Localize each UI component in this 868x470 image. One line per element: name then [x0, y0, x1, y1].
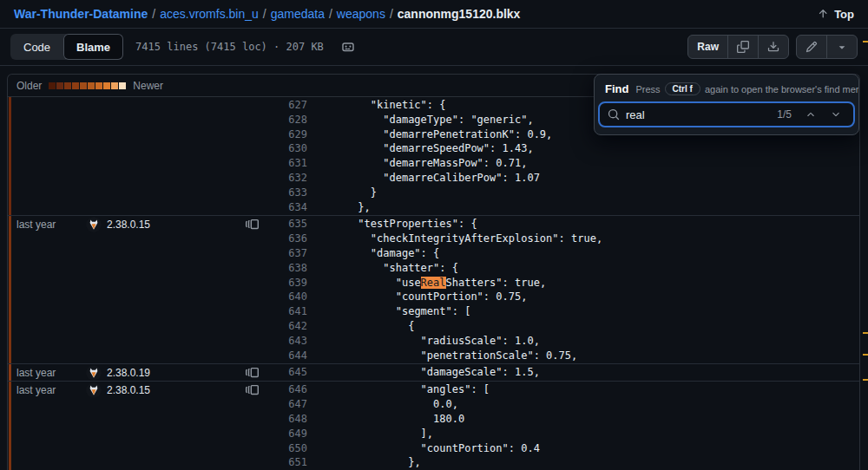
find-next-button[interactable]: [826, 109, 845, 120]
view-blame-prior-button[interactable]: [246, 218, 259, 231]
tab-code[interactable]: Code: [10, 34, 63, 60]
code-segment: },: [408, 456, 420, 468]
line-number[interactable]: 638: [273, 261, 307, 276]
line-number[interactable]: 646: [273, 382, 307, 397]
code-indent: [320, 383, 421, 395]
code-indent: [320, 290, 396, 303]
back-to-top-link[interactable]: Top: [817, 8, 854, 21]
heat-legend-square: [64, 82, 71, 89]
breadcrumb-link[interactable]: gamedata: [271, 7, 325, 21]
find-title: Find: [605, 82, 628, 95]
line-number[interactable]: 639: [273, 276, 307, 290]
code-segment: "damageScale": 1.5,: [421, 366, 540, 378]
heat-legend-square: [80, 82, 87, 89]
blame-gutter: last year2.38.0.19: [8, 365, 273, 380]
edit-dropdown-button[interactable]: [827, 36, 857, 58]
avatar[interactable]: [86, 382, 102, 398]
blame-commit-row: last year2.38.0.19: [8, 365, 273, 380]
blob-toolbar: CodeBlame 7415 lines (7415 loc) · 207 KB…: [0, 29, 868, 66]
code-segment: "testProperties": {: [358, 218, 477, 230]
line-number[interactable]: 637: [273, 246, 307, 261]
chevron-down-icon: [831, 109, 841, 120]
view-blame-prior-button[interactable]: [246, 366, 259, 379]
code-segment: }: [371, 186, 377, 199]
find-query-text[interactable]: real: [626, 108, 771, 121]
find-panel: Find Press Ctrl f again to open the brow…: [594, 74, 859, 135]
line-number[interactable]: 641: [273, 304, 307, 319]
line-number[interactable]: 632: [273, 171, 307, 186]
heat-legend-square: [119, 82, 126, 89]
code-indent: [320, 218, 358, 230]
raw-button[interactable]: Raw: [688, 36, 728, 58]
blame-hunk: last year2.38.0.19645 "damageScale": 1.5…: [8, 363, 859, 381]
code-line: 649 ],: [273, 427, 859, 441]
avatar[interactable]: [86, 217, 102, 232]
code-indent: [320, 413, 433, 425]
find-current-match: Real: [421, 277, 446, 289]
code-line: 630 "demarreSpeedPow": 1.43,: [273, 141, 859, 156]
war-thunder-avatar: [86, 217, 102, 232]
line-number[interactable]: 650: [273, 441, 307, 456]
code-text: },: [307, 200, 371, 215]
line-number[interactable]: 647: [273, 397, 307, 412]
commit-message-link[interactable]: 2.38.0.15: [107, 219, 246, 231]
line-number[interactable]: 645: [273, 365, 307, 380]
code-indent: [320, 320, 408, 332]
line-number[interactable]: 628: [273, 113, 307, 127]
code-line: 644 "penetrationScale": 0.75,: [273, 349, 859, 363]
heat-legend-square: [103, 82, 110, 89]
line-number[interactable]: 627: [273, 98, 307, 113]
line-number[interactable]: 648: [273, 412, 307, 427]
line-number[interactable]: 629: [273, 127, 307, 142]
line-number[interactable]: 630: [273, 141, 307, 156]
line-number[interactable]: 633: [273, 186, 307, 200]
breadcrumb-link[interactable]: weapons: [337, 7, 385, 21]
tab-blame[interactable]: Blame: [63, 34, 123, 60]
code-text: "damageScale": 1.5,: [307, 365, 540, 380]
code-segment: Shatters": true,: [446, 277, 547, 289]
code-line: 647 0.0,: [273, 397, 859, 412]
code-line: 634 },: [273, 200, 859, 215]
line-number[interactable]: 640: [273, 290, 307, 304]
line-number[interactable]: 643: [273, 334, 307, 349]
legend-newer-label: Newer: [133, 80, 163, 92]
code-line: 640 "countPortion": 0.75,: [273, 290, 859, 304]
code-line: 646 "angles": [: [273, 382, 859, 397]
blame-hunks: 627 "kinetic": {628 "damageType": "gener…: [8, 97, 859, 470]
code-text: "damageType": "generic",: [307, 113, 534, 127]
breadcrumb-link[interactable]: aces.vromfs.bin_u: [160, 7, 259, 21]
code-text: "countPortion": 0.75,: [307, 290, 527, 304]
code-segment: "demarreSpeedPow": 1.43,: [383, 142, 533, 154]
code-indent: [320, 114, 383, 126]
code-text: "checkIntegrityAfterExplosion": true,: [307, 232, 602, 246]
code-indent: [320, 247, 371, 259]
line-number[interactable]: 642: [273, 319, 307, 334]
download-raw-button[interactable]: [759, 36, 788, 58]
commit-message-link[interactable]: 2.38.0.15: [107, 384, 246, 396]
blame-gutter: last year2.38.0.15: [8, 217, 273, 362]
code-line: 632 "demarreCaliberPow": 1.07: [273, 171, 859, 186]
breadcrumb-repo-link[interactable]: War-Thunder-Datamine: [14, 7, 148, 21]
code-text: ],: [307, 427, 433, 441]
code-text: "demarrePenetrationK": 0.9,: [307, 127, 552, 142]
code-indent: [320, 128, 383, 140]
code-line: 638 "shatter": {: [273, 261, 859, 276]
line-number[interactable]: 636: [273, 232, 307, 246]
copy-raw-button[interactable]: [728, 36, 759, 58]
line-number[interactable]: 631: [273, 156, 307, 171]
edit-file-button[interactable]: [797, 36, 827, 58]
commit-message-link[interactable]: 2.38.0.19: [107, 367, 246, 379]
line-number[interactable]: 644: [273, 349, 307, 363]
find-input[interactable]: real 1/5: [598, 101, 855, 127]
line-number[interactable]: 634: [273, 200, 307, 215]
line-number[interactable]: 635: [273, 217, 307, 232]
avatar[interactable]: [86, 365, 102, 381]
blame-gutter: [8, 98, 273, 214]
code-segment: 0.0,: [433, 398, 458, 410]
find-match-marker: [863, 379, 868, 381]
view-blame-prior-button[interactable]: [246, 383, 259, 396]
code-indent: [320, 305, 396, 317]
line-number[interactable]: 651: [273, 455, 307, 470]
find-previous-button[interactable]: [801, 109, 820, 120]
line-number[interactable]: 649: [273, 427, 307, 441]
